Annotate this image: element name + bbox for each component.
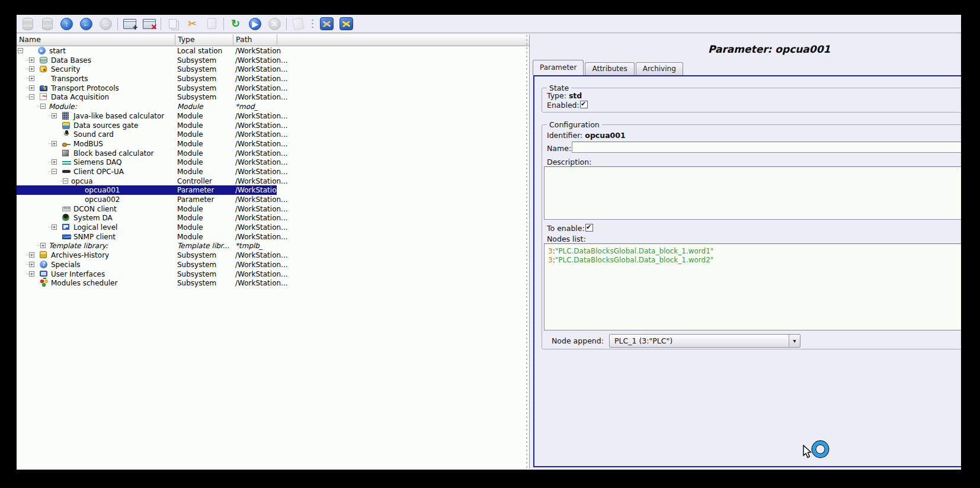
tab-bar: ParameterAttributesArchiving xyxy=(533,60,684,75)
start-button[interactable]: ▶ xyxy=(245,16,265,32)
tree-item-label[interactable]: Security xyxy=(51,65,80,73)
tree-item-label[interactable]: Logical level xyxy=(73,223,117,232)
tree-item-label[interactable]: Siemens DAQ xyxy=(73,158,122,166)
tree-item-label[interactable]: opcua xyxy=(71,177,93,185)
tree-row-client-opc-ua[interactable]: −Client OPC-UAModule/WorkStation... xyxy=(17,167,529,176)
tree-item-type: Subsystem xyxy=(177,75,216,83)
tree-row-java-like-based-calculator[interactable]: +Java-like based calculatorModule/WorkSt… xyxy=(17,111,529,121)
tree-row-siemens-daq[interactable]: +Siemens DAQModule/WorkStation... xyxy=(17,158,529,167)
tree-item-label[interactable]: DCON client xyxy=(73,205,117,213)
tree-item-label[interactable]: start xyxy=(49,47,66,55)
tab-archiving[interactable]: Archiving xyxy=(636,62,683,75)
tree-row-modbus[interactable]: +ModBUSModule/WorkStation... xyxy=(17,139,529,149)
tree-item-label[interactable]: Modules scheduler xyxy=(51,279,117,287)
expand-icon[interactable]: + xyxy=(52,141,57,146)
column-header-name[interactable]: Name xyxy=(17,34,175,45)
expand-icon[interactable]: + xyxy=(29,57,34,63)
tree-row-template-library[interactable]: +Template library:Template libr...*tmplb… xyxy=(17,241,529,251)
expand-icon[interactable]: + xyxy=(52,113,57,118)
enabled-checkbox[interactable] xyxy=(580,101,588,108)
tree-item-label[interactable]: Data Acquisition xyxy=(51,93,109,101)
tree-item-label[interactable]: Template library: xyxy=(49,242,108,250)
tree-item-label[interactable]: Transport Protocols xyxy=(51,84,119,92)
description-textarea[interactable] xyxy=(544,166,961,220)
tree-item-label[interactable]: Archives-History xyxy=(51,251,109,259)
toolbar-handle[interactable] xyxy=(310,17,315,30)
tree-item-label[interactable]: User Interfaces xyxy=(51,270,105,278)
expand-icon[interactable]: + xyxy=(40,243,46,248)
collapse-icon[interactable]: − xyxy=(29,94,34,99)
tree-row-archives-history[interactable]: +Archives-HistorySubsystem/WorkStation..… xyxy=(17,251,529,260)
tree-item-label[interactable]: System DA xyxy=(73,214,113,222)
tree-item-label[interactable]: Module: xyxy=(49,102,77,111)
to-enable-checkbox[interactable] xyxy=(585,224,593,232)
tab-attributes[interactable]: Attributes xyxy=(585,62,634,75)
tree-row-opcua[interactable]: −opcuaController/WorkStation... xyxy=(17,176,529,186)
tree-item-label[interactable]: ModBUS xyxy=(73,140,103,148)
qtcfg-config-button[interactable] xyxy=(317,16,337,32)
tree-item-label[interactable]: SNMP client xyxy=(73,233,116,241)
delete-item-button[interactable] xyxy=(139,16,159,32)
tree-item-label[interactable]: Specials xyxy=(51,261,81,269)
column-header-path[interactable]: Path xyxy=(233,34,277,45)
expand-icon[interactable]: + xyxy=(52,224,57,230)
node-append-value: PLC_1 (3:"PLC") xyxy=(614,336,672,345)
tree-row-logical-level[interactable]: +Logical levelModule/WorkStation... xyxy=(17,223,529,232)
tab-parameter[interactable]: Parameter xyxy=(533,60,584,75)
collapse-icon[interactable]: − xyxy=(63,178,68,184)
tree-item-label[interactable]: Transports xyxy=(51,75,88,83)
tree-row-module[interactable]: −Module:Module*mod_ xyxy=(17,102,529,111)
tree-row-security[interactable]: +SecuritySubsystem/WorkStation... xyxy=(17,65,529,74)
tree-row-system-da[interactable]: System DAModule/WorkStation... xyxy=(17,213,529,223)
collapse-icon[interactable]: − xyxy=(40,104,46,109)
tree-item-label[interactable]: Sound card xyxy=(73,130,114,139)
tree-row-modules-scheduler[interactable]: Modules schedulerSubsystem/WorkStation..… xyxy=(17,278,529,288)
add-item-button[interactable] xyxy=(120,16,139,32)
expand-icon[interactable]: + xyxy=(29,66,34,72)
add-item-icon xyxy=(123,19,136,29)
tree-row-transport-protocols[interactable]: +Transport ProtocolsSubsystem/WorkStatio… xyxy=(17,84,529,93)
tree-item-label[interactable]: opcua001 xyxy=(85,186,120,194)
tree-row-data-acquisition[interactable]: −Data AcquisitionSubsystem/WorkStation..… xyxy=(17,92,529,102)
tree-row-block-based-calculator[interactable]: Block based calculatorModule/WorkStation… xyxy=(17,149,529,158)
tree-row-sound-card[interactable]: Sound cardModule/WorkStation... xyxy=(17,130,529,139)
tree-item-label[interactable]: Client OPC-UA xyxy=(73,168,124,176)
tree-row-dcon-client[interactable]: DCON clientModule/WorkStation... xyxy=(17,204,529,214)
parameter-tab-pane: State Type: std Enabled: Configuration I… xyxy=(533,75,961,467)
expand-icon[interactable]: + xyxy=(29,252,34,258)
tree-item-label[interactable]: Block based calculator xyxy=(73,149,153,158)
tree-row-opcua001[interactable]: opcua001Parameter/WorkStation... xyxy=(17,185,529,195)
tree-row-snmp-client[interactable]: SNMP clientModule/WorkStation... xyxy=(17,232,529,242)
panel-splitter-handle[interactable] xyxy=(525,34,529,468)
combobox-dropdown-arrow-icon[interactable]: ▾ xyxy=(789,335,800,347)
up-button[interactable]: ↑ xyxy=(57,16,76,32)
expand-icon[interactable]: + xyxy=(29,271,34,277)
tree-item-label[interactable]: Data Bases xyxy=(51,56,91,65)
db-save-icon xyxy=(42,18,53,30)
tree-row-user-interfaces[interactable]: +User InterfacesSubsystem/WorkStation... xyxy=(17,269,529,279)
node-append-combobox[interactable]: PLC_1 (3:"PLC") ▾ xyxy=(609,334,800,348)
tree-item-type: Module xyxy=(177,233,203,241)
collapse-icon[interactable]: − xyxy=(18,48,23,53)
collapse-icon[interactable]: − xyxy=(52,169,57,174)
cut-item-button[interactable]: ✂ xyxy=(182,16,202,32)
name-input[interactable] xyxy=(572,142,961,153)
back-button[interactable]: ← xyxy=(76,16,96,32)
tree-row-specials[interactable]: +SpecialsSubsystem/WorkStation... xyxy=(17,260,529,269)
expand-icon[interactable]: + xyxy=(29,262,34,267)
tree-item-label[interactable]: Java-like based calculator xyxy=(73,112,164,120)
tree-row-transports[interactable]: +TransportsSubsystem/WorkStation... xyxy=(17,74,529,84)
qtcfg-config-nav-button[interactable] xyxy=(337,16,356,32)
tree-item-label[interactable]: opcua002 xyxy=(85,195,120,204)
tree-row-data-bases[interactable]: +Data BasesSubsystem/WorkStation... xyxy=(17,56,529,65)
tree-row-opcua002[interactable]: opcua002Parameter/WorkStation... xyxy=(17,195,529,204)
column-header-type[interactable]: Type xyxy=(175,34,233,45)
tree-row-start[interactable]: −startLocal station/WorkStation xyxy=(17,46,529,56)
expand-icon[interactable]: + xyxy=(29,85,34,91)
nodes-list-textarea[interactable]: 3:"PLC.DataBlocksGlobal.Data_block_1.wor… xyxy=(544,243,961,330)
refresh-button[interactable]: ↻ xyxy=(226,16,245,32)
expand-icon[interactable]: + xyxy=(29,76,34,81)
tree-item-label[interactable]: Data sources gate xyxy=(73,121,138,130)
expand-icon[interactable]: + xyxy=(52,159,57,165)
tree-row-data-sources-gate[interactable]: Data sources gateModule/WorkStation... xyxy=(17,121,529,130)
